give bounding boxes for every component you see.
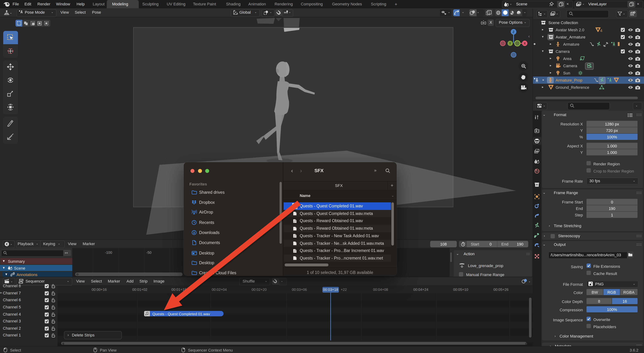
svg-text:Y: Y [509, 42, 511, 45]
svg-text:Z: Z [513, 30, 514, 34]
svg-text:X: X [524, 42, 526, 45]
